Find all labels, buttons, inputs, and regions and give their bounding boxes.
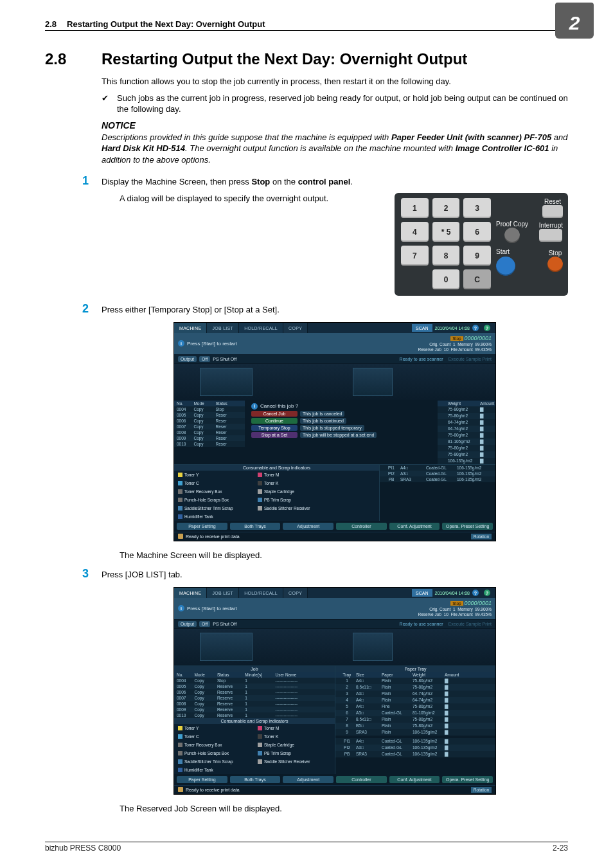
pi-tray-amount: ▇ — [445, 739, 458, 744]
tab-scan[interactable]: SCAN — [412, 589, 432, 597]
pi-tray-id: PI1 — [338, 739, 356, 744]
off-pill[interactable]: Off — [199, 621, 210, 627]
stop-button[interactable] — [547, 257, 563, 272]
output-pill[interactable]: Output — [178, 621, 197, 627]
tray-row[interactable]: 6 A3□ Coated-GL 81-105g/m2 ▇ — [335, 710, 495, 716]
job-tray-split: Job No. Mode Status Minute(s) User Name … — [174, 665, 495, 774]
bb-conf-adjustment[interactable]: Conf. Adjustment — [389, 523, 440, 530]
tray-no: 8 — [338, 723, 356, 728]
interrupt-button[interactable] — [539, 229, 562, 242]
tab-machine[interactable]: MACHINE — [174, 588, 207, 598]
ms-footer: Ready to receive print data Rotation — [174, 785, 495, 794]
consumable-8: SaddleStitcher Trim Scrap — [178, 506, 249, 511]
consumable-label: Saddle Stitcher Receiver — [264, 506, 310, 511]
pi-row[interactable]: PI2 A3□ Coated-GL 106-135g/m2 — [380, 471, 495, 476]
job-row[interactable]: 0009 Copy Reserve 1 ---------------- — [174, 707, 335, 712]
tray-no: 9 — [338, 730, 356, 735]
dialog-option-button[interactable]: Stop at a Set — [251, 432, 298, 438]
tray-row[interactable]: 4 A4□ Plain 64-74g/m2 ▇ — [335, 697, 495, 703]
tab-recall[interactable]: HOLD/RECALL — [239, 588, 283, 598]
tray-row[interactable]: 8 B5□ Plain 75-80g/m2 ▇ — [335, 723, 495, 729]
output-pill[interactable]: Output — [178, 356, 197, 362]
keypad-1[interactable]: 1 — [401, 198, 429, 218]
job-row-1[interactable]: 0008CopyReser — [174, 429, 245, 435]
pi-tray-row[interactable]: PI1 A4□ Coated-GL 106-135g/m2 ▇ — [335, 738, 495, 745]
execute-sample[interactable]: Execute Sample Print — [449, 622, 492, 626]
dialog-option-0[interactable]: Cancel Job This job is canceled — [251, 411, 431, 417]
job-row[interactable]: 0005 Copy Reserve 1 ---------------- — [174, 683, 335, 689]
tray-no: 1 — [338, 678, 356, 683]
start-button[interactable] — [496, 257, 515, 276]
info-icon[interactable]: ? — [472, 590, 479, 596]
tab-copy[interactable]: COPY — [283, 323, 308, 333]
pi-tray-row[interactable]: PI2 A3□ Coated-GL 106-135g/m2 ▇ — [335, 745, 495, 751]
bb-adjustment[interactable]: Adjustment — [283, 776, 333, 783]
tab-joblist[interactable]: JOB LIST — [207, 323, 239, 333]
tab-joblist[interactable]: JOB LIST — [207, 588, 239, 598]
off-pill[interactable]: Off — [199, 356, 210, 362]
tray-row[interactable]: 1 A4□ Plain 75-80g/m2 ▇ — [335, 678, 495, 684]
bb-paper-setting[interactable]: Paper Setting — [177, 776, 227, 783]
tab-machine[interactable]: MACHINE — [174, 323, 207, 333]
proof-copy-button[interactable] — [504, 228, 520, 243]
pi-tray-row[interactable]: PB SRA3 Coated-GL 106-135g/m2 ▇ — [335, 751, 495, 757]
keypad-5[interactable]: * 5 — [432, 222, 460, 242]
dialog-option-2[interactable]: Temporary Stop This job is stopped tempo… — [251, 425, 431, 431]
tray-row[interactable]: 9 SRA3 Plain 106-135g/m2 ▇ — [335, 729, 495, 736]
consumables-header: Consumable and Scrap indicators — [174, 465, 379, 471]
job-row-1[interactable]: 0006CopyReser — [174, 418, 245, 424]
bb-controller[interactable]: Controller — [336, 523, 387, 530]
tray-row[interactable]: 3 A3□ Plain 64-74g/m2 ▇ — [335, 691, 495, 697]
job-row-1[interactable]: 0005CopyReser — [174, 412, 245, 418]
help-icon[interactable]: ? — [484, 590, 490, 596]
tab-scan[interactable]: SCAN — [412, 324, 432, 332]
job-row[interactable]: 0007 Copy Reserve 1 ---------------- — [174, 695, 335, 701]
keypad-7[interactable]: 7 — [401, 246, 429, 266]
dialog-option-button[interactable]: Cancel Job — [251, 411, 298, 417]
bb-both-trays[interactable]: Both Trays — [230, 523, 281, 530]
notice-mid-2: . The overnight output function is avail… — [185, 143, 456, 153]
job-row-1[interactable]: 0009CopyReser — [174, 435, 245, 441]
dialog-option-3[interactable]: Stop at a Set This job will be stopped a… — [251, 432, 431, 438]
tray-row[interactable]: 5 A4□ Fine 75-80g/m2 ▇ — [335, 703, 495, 710]
job-row[interactable]: 0006 Copy Reserve 1 ---------------- — [174, 689, 335, 695]
keypad-9[interactable]: 9 — [463, 246, 491, 266]
bb-oper-preset[interactable]: Opera. Preset Setting — [442, 776, 493, 783]
pi-tray-id: PB — [338, 752, 356, 757]
bb-adjustment[interactable]: Adjustment — [283, 523, 333, 530]
keypad-0[interactable]: 0 — [432, 269, 460, 289]
bb-paper-setting[interactable]: Paper Setting — [177, 523, 227, 530]
tray-row[interactable]: 2 8.5x11□ Plain 75-80g/m2 ▇ — [335, 684, 495, 691]
pi-row[interactable]: PI1 A4□ Coated-GL 106-135g/m2 — [380, 465, 495, 471]
job-row[interactable]: 0004 Copy Stop 1 ---------------- — [174, 678, 335, 683]
tray-row[interactable]: 7 8.5x11□ Plain 75-80g/m2 ▇ — [335, 716, 495, 723]
job-row[interactable]: 0010 Copy Reserve 1 ---------------- — [174, 712, 335, 718]
consumable-color-icon — [258, 726, 262, 730]
tab-copy[interactable]: COPY — [283, 588, 308, 598]
bb-both-trays[interactable]: Both Trays — [230, 776, 281, 783]
keypad-3[interactable]: 3 — [463, 198, 491, 218]
dialog-option-button[interactable]: Temporary Stop — [251, 425, 298, 431]
bb-oper-preset[interactable]: Opera. Preset Setting — [442, 523, 493, 530]
keypad-8[interactable]: 8 — [432, 246, 460, 266]
reset-button[interactable] — [542, 205, 563, 218]
tab-recall[interactable]: HOLD/RECALL — [239, 323, 283, 333]
keypad-clear[interactable]: C — [463, 269, 491, 289]
job-row-1[interactable]: 0010CopyReser — [174, 441, 245, 447]
job-row-1[interactable]: 0004CopyStop — [174, 406, 245, 412]
help-icon[interactable]: ? — [484, 325, 490, 331]
keypad-6[interactable]: 6 — [463, 222, 491, 242]
execute-sample[interactable]: Execute Sample Print — [449, 357, 492, 361]
job-row[interactable]: 0008 Copy Reserve 1 ---------------- — [174, 701, 335, 707]
tray-amount-partial: ▇ — [480, 407, 493, 412]
tray-paper: Plain — [382, 717, 413, 722]
job-row-1[interactable]: 0007CopyReser — [174, 424, 245, 429]
dialog-option-button[interactable]: Continue — [251, 418, 298, 424]
info-icon[interactable]: ? — [472, 325, 479, 331]
keypad-2[interactable]: 2 — [432, 198, 460, 218]
bb-conf-adjustment[interactable]: Conf. Adjustment — [389, 776, 440, 783]
pi-row[interactable]: PB SRA3 Coated-GL 106-135g/m2 — [380, 476, 495, 482]
dialog-option-1[interactable]: Continue This job is continued — [251, 418, 431, 424]
keypad-4[interactable]: 4 — [401, 222, 429, 242]
bb-controller[interactable]: Controller — [336, 776, 387, 783]
